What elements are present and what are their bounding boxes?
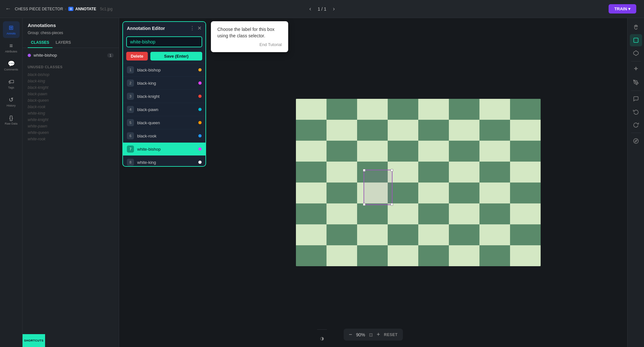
chess-cell xyxy=(418,245,449,266)
current-page: ANNOTATE xyxy=(75,7,96,11)
tool-redo[interactable] xyxy=(630,118,642,131)
ae-class-item-6[interactable]: 6 black-rook xyxy=(123,129,205,142)
svg-marker-1 xyxy=(633,51,638,56)
chess-cell xyxy=(388,203,418,224)
sidebar-item-annots[interactable]: ⊞ Annots xyxy=(3,21,20,38)
unused-item: white-rook xyxy=(28,136,114,142)
tool-compass[interactable] xyxy=(630,135,642,147)
ae-class-name: black-queen xyxy=(137,120,198,125)
chess-cell xyxy=(449,245,479,266)
end-tutorial-button[interactable]: End Tutorial xyxy=(217,42,282,47)
ae-more-icon[interactable]: ⋮ xyxy=(190,25,195,31)
unused-list: black-bishop black-king black-knight bla… xyxy=(23,71,119,142)
classes-list: white-bishop 1 xyxy=(23,48,119,62)
chess-board-container xyxy=(296,99,541,266)
ae-class-item-7[interactable]: 7 white-bishop xyxy=(123,142,205,155)
resize-handle-tl[interactable] xyxy=(363,169,365,172)
unused-header: UNUSED CLASSES xyxy=(23,62,119,71)
ae-class-dot xyxy=(198,95,202,98)
ae-class-dot xyxy=(198,68,202,71)
fit-icon[interactable]: ⊡ xyxy=(369,332,373,337)
chess-cell xyxy=(449,183,479,203)
breadcrumb: CHESS PIECE DETECTOR › ⊞ ANNOTATE xyxy=(15,7,96,11)
ae-class-item-8[interactable]: 8 white-king xyxy=(123,155,205,166)
workspace: Annotation Editor ⋮ ✕ Delete Save (Enter… xyxy=(119,18,627,347)
ae-class-item-3[interactable]: 3 black-knight xyxy=(123,89,205,103)
zoom-in-button[interactable]: + xyxy=(377,331,380,338)
chess-cell xyxy=(418,120,449,141)
zoom-out-button[interactable]: − xyxy=(349,331,352,338)
ae-class-num: 5 xyxy=(127,119,134,126)
tool-polygon[interactable] xyxy=(630,47,642,59)
ae-class-num: 8 xyxy=(127,159,134,166)
chess-cell xyxy=(479,224,510,245)
tool-magic[interactable] xyxy=(630,63,642,76)
chess-cell xyxy=(388,245,418,266)
tool-settings[interactable]: ◑ xyxy=(316,332,328,344)
ae-class-item-5[interactable]: 5 black-queen xyxy=(123,116,205,129)
chess-cell xyxy=(418,203,449,224)
class-row-white-bishop[interactable]: white-bishop 1 xyxy=(28,51,114,59)
attributes-icon: ≡ xyxy=(9,42,13,49)
ae-class-num: 1 xyxy=(127,66,134,73)
right-sidebar: ◑ xyxy=(627,18,644,347)
tool-select[interactable] xyxy=(630,34,642,46)
train-button[interactable]: TRAIN ▾ xyxy=(609,4,636,14)
chess-cell xyxy=(327,141,357,162)
tab-layers[interactable]: LAYERS xyxy=(52,38,74,48)
resize-handle-tr[interactable] xyxy=(391,169,393,172)
annotation-box[interactable] xyxy=(364,170,393,205)
tool-comment[interactable] xyxy=(630,93,642,105)
ae-class-item-4[interactable]: 4 black-pawn xyxy=(123,103,205,116)
zoom-reset-button[interactable]: RESET xyxy=(384,333,398,337)
icon-sidebar: ⊞ Annots ≡ Attributes 💬 Comments 🏷 Tags … xyxy=(0,18,23,347)
ae-class-name: black-rook xyxy=(137,134,198,138)
unused-item: black-bishop xyxy=(28,71,114,78)
back-button[interactable]: ← xyxy=(5,5,11,12)
sidebar-item-tags[interactable]: 🏷 Tags xyxy=(3,75,20,92)
panel-title: Annotations xyxy=(23,18,119,31)
panel-group: Group: chess-pieces xyxy=(23,31,119,38)
ae-class-num: 4 xyxy=(127,106,134,113)
unused-item: black-pawn xyxy=(28,91,114,97)
chess-cell xyxy=(327,203,357,224)
annotation-editor: Annotation Editor ⋮ ✕ Delete Save (Enter… xyxy=(122,21,206,167)
ae-class-input[interactable] xyxy=(126,36,202,47)
tool-brush[interactable] xyxy=(630,76,642,89)
comments-icon: 💬 xyxy=(8,60,15,67)
ae-class-name: black-pawn xyxy=(137,107,198,112)
ae-class-name: black-knight xyxy=(137,94,198,99)
chess-cell xyxy=(449,99,479,120)
ae-class-dot xyxy=(198,81,202,85)
resize-handle-br[interactable] xyxy=(391,203,393,206)
toolbar-divider-2 xyxy=(631,90,641,91)
tab-classes[interactable]: CLASSES xyxy=(28,38,52,48)
ae-class-num: 3 xyxy=(127,93,134,100)
ae-class-dot xyxy=(198,161,202,164)
ae-close-icon[interactable]: ✕ xyxy=(197,25,202,31)
sidebar-item-comments[interactable]: 💬 Comments xyxy=(3,57,20,74)
chess-cell xyxy=(449,141,479,162)
tool-undo[interactable] xyxy=(630,106,642,118)
ae-class-dot xyxy=(198,121,202,124)
ae-class-item-1[interactable]: 1 black-bishop xyxy=(123,63,205,76)
chess-cell xyxy=(296,245,327,266)
ae-class-item-2[interactable]: 2 black-king xyxy=(123,76,205,89)
chess-cell xyxy=(479,183,510,203)
next-button[interactable]: › xyxy=(333,5,335,12)
chess-cell xyxy=(296,224,327,245)
unused-item: black-rook xyxy=(28,104,114,110)
sidebar-item-history[interactable]: ↺ History xyxy=(3,93,20,110)
sidebar-item-attributes[interactable]: ≡ Attributes xyxy=(3,39,20,56)
chess-cell xyxy=(510,120,541,141)
ae-save-button[interactable]: Save (Enter) xyxy=(150,52,202,61)
chess-cell xyxy=(296,120,327,141)
prev-button[interactable]: ‹ xyxy=(309,5,311,12)
resize-handle-bl[interactable] xyxy=(363,203,365,206)
sidebar-item-raw-data[interactable]: {} Raw Data xyxy=(3,111,20,128)
tool-pan[interactable] xyxy=(630,21,642,33)
chess-cell xyxy=(479,120,510,141)
ae-delete-button[interactable]: Delete xyxy=(126,52,148,61)
raw-data-label: Raw Data xyxy=(5,122,18,125)
chess-cell xyxy=(327,183,357,203)
